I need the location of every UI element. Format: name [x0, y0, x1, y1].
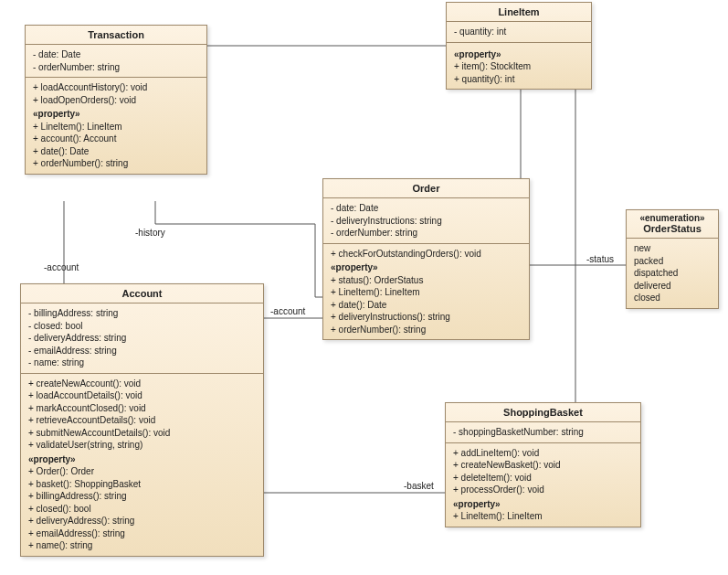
- member-row: + LineItem(): LineItem: [31, 121, 201, 133]
- member-row: + processOrder(): void: [451, 484, 635, 496]
- member-row: - closed: bool: [26, 320, 258, 333]
- member-row: - billingAddress: string: [26, 307, 258, 320]
- member-row: + orderNumber(): string: [31, 157, 201, 170]
- label-basket: -basket: [404, 481, 434, 491]
- member-row: + createNewBasket(): void: [451, 459, 635, 472]
- member-row: - date: Date: [329, 202, 523, 215]
- member-row: new: [632, 242, 712, 255]
- member-row: - orderNumber: string: [31, 61, 201, 74]
- attributes-section: - billingAddress: string- closed: bool- …: [21, 303, 263, 374]
- label-status: -status: [586, 254, 614, 264]
- class-title: OrderStatus: [627, 223, 718, 239]
- member-row: + LineItem(): LineItem: [451, 510, 635, 523]
- class-title: Account: [21, 284, 263, 303]
- member-row: - date: Date: [31, 48, 201, 61]
- member-row: + loadOpenOrders(): void: [31, 94, 201, 107]
- member-row: + emailAddress(): string: [26, 527, 258, 540]
- member-row: + quantity(): int: [452, 73, 586, 86]
- member-row: + orderNumber(): string: [329, 324, 523, 336]
- class-title: ShoppingBasket: [446, 403, 640, 422]
- label-account-1: -account: [44, 262, 79, 272]
- member-row: + Order(): Order: [26, 465, 258, 478]
- member-row: + date(): Date: [329, 299, 523, 312]
- member-row: delivered: [632, 280, 712, 293]
- class-stereotype: «enumeration»: [627, 210, 718, 223]
- member-row: - deliveryInstructions: string: [329, 215, 523, 228]
- member-row: + createNewAccount(): void: [26, 378, 258, 390]
- member-row: - orderNumber: string: [329, 227, 523, 240]
- member-row: + date(): Date: [31, 145, 201, 158]
- member-row: - name: string: [26, 357, 258, 369]
- member-row: packed: [632, 255, 712, 268]
- member-row: + account(): Account: [31, 133, 201, 145]
- operations-section: + addLineItem(): void+ createNewBasket()…: [446, 443, 640, 527]
- member-row: - quantity: int: [452, 26, 586, 38]
- attributes-section: - shoppingBasketNumber: string: [446, 422, 640, 443]
- class-lineitem[interactable]: LineItem - quantity: int «property» + it…: [446, 2, 592, 90]
- class-shoppingbasket[interactable]: ShoppingBasket - shoppingBasketNumber: s…: [445, 402, 641, 527]
- attributes-section: - quantity: int: [447, 22, 591, 43]
- class-transaction[interactable]: Transaction - date: Date- orderNumber: s…: [25, 25, 207, 175]
- operations-section: «property» + item(): StockItem+ quantity…: [447, 43, 591, 90]
- operations-section: + loadAccountHistory(): void+ loadOpenOr…: [26, 78, 206, 174]
- member-row: + deliveryAddress(): string: [26, 515, 258, 527]
- member-row: - shoppingBasketNumber: string: [451, 426, 635, 439]
- label-history: -history: [135, 228, 165, 238]
- member-row: + addLineItem(): void: [451, 447, 635, 460]
- class-title: Transaction: [26, 26, 206, 45]
- member-row: + loadAccountHistory(): void: [31, 81, 201, 94]
- class-title: LineItem: [447, 3, 591, 22]
- member-row: + markAccountClosed(): void: [26, 402, 258, 415]
- attributes-section: - date: Date- orderNumber: string: [26, 45, 206, 78]
- operations-section: + createNewAccount(): void+ loadAccountD…: [21, 374, 263, 556]
- member-row: closed: [632, 292, 712, 304]
- member-row: + name(): string: [26, 539, 258, 552]
- class-order[interactable]: Order - date: Date- deliveryInstructions…: [322, 178, 530, 340]
- member-row: + submitNewAccountDetails(): void: [26, 427, 258, 440]
- member-row: + checkForOutstandingOrders(): void: [329, 248, 523, 261]
- member-row: + billingAddress(): string: [26, 490, 258, 503]
- member-row: dispatched: [632, 267, 712, 280]
- literals-section: newpackeddispatcheddeliveredclosed: [627, 239, 718, 308]
- member-row: + closed(): bool: [26, 503, 258, 516]
- label-account-2: -account: [270, 306, 305, 316]
- operations-section: + checkForOutstandingOrders(): void «pro…: [323, 244, 529, 340]
- attributes-section: - date: Date- deliveryInstructions: stri…: [323, 198, 529, 244]
- member-row: + deleteItem(): void: [451, 472, 635, 484]
- member-row: + item(): StockItem: [452, 60, 586, 73]
- member-row: - deliveryAddress: string: [26, 332, 258, 345]
- member-row: + validateUser(string, string): [26, 439, 258, 452]
- member-row: + LineItem(): LineItem: [329, 286, 523, 299]
- class-account[interactable]: Account - billingAddress: string- closed…: [20, 283, 264, 557]
- class-title: Order: [323, 179, 529, 198]
- member-row: - emailAddress: string: [26, 345, 258, 357]
- member-row: + deliveryInstructions(): string: [329, 311, 523, 324]
- member-row: + loadAccountDetails(): void: [26, 389, 258, 402]
- class-orderstatus[interactable]: «enumeration» OrderStatus newpackeddispa…: [626, 209, 719, 309]
- member-row: + status(): OrderStatus: [329, 274, 523, 287]
- member-row: + retrieveAccountDetails(): void: [26, 414, 258, 427]
- member-row: + basket(): ShoppingBasket: [26, 478, 258, 491]
